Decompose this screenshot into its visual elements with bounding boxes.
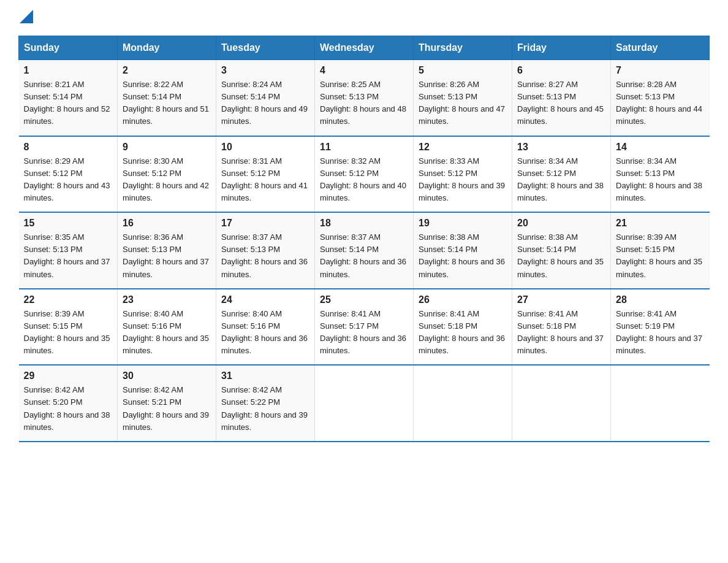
day-number: 17 bbox=[221, 218, 309, 229]
calendar-week-row: 15Sunrise: 8:35 AMSunset: 5:13 PMDayligh… bbox=[19, 212, 710, 289]
day-info: Sunrise: 8:31 AMSunset: 5:12 PMDaylight:… bbox=[221, 155, 309, 205]
calendar-cell: 31Sunrise: 8:42 AMSunset: 5:22 PMDayligh… bbox=[216, 365, 315, 442]
day-number: 13 bbox=[517, 142, 605, 153]
day-number: 12 bbox=[419, 142, 507, 153]
calendar-cell bbox=[414, 365, 512, 442]
day-number: 4 bbox=[320, 65, 408, 76]
calendar-table: SundayMondayTuesdayWednesdayThursdayFrid… bbox=[18, 36, 710, 442]
day-info: Sunrise: 8:41 AMSunset: 5:18 PMDaylight:… bbox=[517, 308, 605, 358]
calendar-cell: 29Sunrise: 8:42 AMSunset: 5:20 PMDayligh… bbox=[19, 365, 118, 442]
calendar-cell bbox=[611, 365, 710, 442]
column-header-monday: Monday bbox=[118, 36, 216, 60]
day-info: Sunrise: 8:39 AMSunset: 5:15 PMDaylight:… bbox=[24, 308, 113, 358]
day-info: Sunrise: 8:27 AMSunset: 5:13 PMDaylight:… bbox=[517, 79, 605, 128]
logo-triangle-icon bbox=[20, 10, 33, 23]
day-number: 9 bbox=[123, 142, 211, 153]
day-number: 2 bbox=[123, 65, 211, 76]
day-info: Sunrise: 8:25 AMSunset: 5:13 PMDaylight:… bbox=[320, 79, 408, 128]
calendar-cell: 28Sunrise: 8:41 AMSunset: 5:19 PMDayligh… bbox=[611, 289, 710, 366]
day-number: 16 bbox=[123, 218, 211, 229]
day-info: Sunrise: 8:30 AMSunset: 5:12 PMDaylight:… bbox=[123, 155, 211, 205]
day-number: 30 bbox=[123, 370, 211, 381]
calendar-cell: 5Sunrise: 8:26 AMSunset: 5:13 PMDaylight… bbox=[414, 60, 512, 136]
calendar-cell: 19Sunrise: 8:38 AMSunset: 5:14 PMDayligh… bbox=[414, 212, 512, 289]
calendar-cell: 27Sunrise: 8:41 AMSunset: 5:18 PMDayligh… bbox=[512, 289, 611, 366]
day-number: 31 bbox=[221, 370, 309, 381]
day-number: 22 bbox=[24, 294, 113, 305]
day-number: 8 bbox=[24, 142, 113, 153]
calendar-cell: 21Sunrise: 8:39 AMSunset: 5:15 PMDayligh… bbox=[611, 212, 710, 289]
day-number: 18 bbox=[320, 218, 408, 229]
calendar-cell: 24Sunrise: 8:40 AMSunset: 5:16 PMDayligh… bbox=[216, 289, 315, 366]
calendar-cell: 4Sunrise: 8:25 AMSunset: 5:13 PMDaylight… bbox=[315, 60, 414, 136]
calendar-cell: 3Sunrise: 8:24 AMSunset: 5:14 PMDaylight… bbox=[216, 60, 315, 136]
calendar-cell: 8Sunrise: 8:29 AMSunset: 5:12 PMDaylight… bbox=[19, 136, 118, 213]
calendar-cell: 18Sunrise: 8:37 AMSunset: 5:14 PMDayligh… bbox=[315, 212, 414, 289]
day-info: Sunrise: 8:41 AMSunset: 5:18 PMDaylight:… bbox=[419, 308, 507, 358]
column-header-wednesday: Wednesday bbox=[315, 36, 414, 60]
day-number: 23 bbox=[123, 294, 211, 305]
calendar-week-row: 29Sunrise: 8:42 AMSunset: 5:20 PMDayligh… bbox=[19, 365, 710, 442]
calendar-cell: 9Sunrise: 8:30 AMSunset: 5:12 PMDaylight… bbox=[118, 136, 216, 213]
day-info: Sunrise: 8:32 AMSunset: 5:12 PMDaylight:… bbox=[320, 155, 408, 205]
day-number: 21 bbox=[616, 218, 705, 229]
day-number: 11 bbox=[320, 142, 408, 153]
day-number: 25 bbox=[320, 294, 408, 305]
calendar-cell: 10Sunrise: 8:31 AMSunset: 5:12 PMDayligh… bbox=[216, 136, 315, 213]
day-number: 3 bbox=[221, 65, 309, 76]
day-number: 14 bbox=[616, 142, 705, 153]
day-info: Sunrise: 8:42 AMSunset: 5:20 PMDaylight:… bbox=[24, 384, 113, 434]
calendar-cell: 15Sunrise: 8:35 AMSunset: 5:13 PMDayligh… bbox=[19, 212, 118, 289]
calendar-cell: 23Sunrise: 8:40 AMSunset: 5:16 PMDayligh… bbox=[118, 289, 216, 366]
calendar-cell: 7Sunrise: 8:28 AMSunset: 5:13 PMDaylight… bbox=[611, 60, 710, 136]
day-info: Sunrise: 8:40 AMSunset: 5:16 PMDaylight:… bbox=[123, 308, 211, 358]
day-info: Sunrise: 8:36 AMSunset: 5:13 PMDaylight:… bbox=[123, 231, 211, 281]
day-number: 15 bbox=[24, 218, 113, 229]
calendar-cell: 1Sunrise: 8:21 AMSunset: 5:14 PMDaylight… bbox=[19, 60, 118, 136]
day-info: Sunrise: 8:29 AMSunset: 5:12 PMDaylight:… bbox=[24, 155, 113, 205]
calendar-cell: 17Sunrise: 8:37 AMSunset: 5:13 PMDayligh… bbox=[216, 212, 315, 289]
day-info: Sunrise: 8:41 AMSunset: 5:17 PMDaylight:… bbox=[320, 308, 408, 358]
day-number: 5 bbox=[419, 65, 507, 76]
calendar-cell: 13Sunrise: 8:34 AMSunset: 5:12 PMDayligh… bbox=[512, 136, 611, 213]
calendar-cell: 6Sunrise: 8:27 AMSunset: 5:13 PMDaylight… bbox=[512, 60, 611, 136]
calendar-cell: 20Sunrise: 8:38 AMSunset: 5:14 PMDayligh… bbox=[512, 212, 611, 289]
day-info: Sunrise: 8:38 AMSunset: 5:14 PMDaylight:… bbox=[517, 231, 605, 281]
day-info: Sunrise: 8:37 AMSunset: 5:13 PMDaylight:… bbox=[221, 231, 309, 281]
calendar-week-row: 1Sunrise: 8:21 AMSunset: 5:14 PMDaylight… bbox=[19, 60, 710, 136]
day-number: 20 bbox=[517, 218, 605, 229]
column-header-tuesday: Tuesday bbox=[216, 36, 315, 60]
day-number: 6 bbox=[517, 65, 605, 76]
day-info: Sunrise: 8:40 AMSunset: 5:16 PMDaylight:… bbox=[221, 308, 309, 358]
day-info: Sunrise: 8:34 AMSunset: 5:13 PMDaylight:… bbox=[616, 155, 705, 205]
column-header-saturday: Saturday bbox=[611, 36, 710, 60]
calendar-week-row: 8Sunrise: 8:29 AMSunset: 5:12 PMDaylight… bbox=[19, 136, 710, 213]
day-info: Sunrise: 8:24 AMSunset: 5:14 PMDaylight:… bbox=[221, 79, 309, 128]
day-number: 24 bbox=[221, 294, 309, 305]
day-info: Sunrise: 8:34 AMSunset: 5:12 PMDaylight:… bbox=[517, 155, 605, 205]
calendar-cell: 2Sunrise: 8:22 AMSunset: 5:14 PMDaylight… bbox=[118, 60, 216, 136]
calendar-cell: 25Sunrise: 8:41 AMSunset: 5:17 PMDayligh… bbox=[315, 289, 414, 366]
calendar-cell: 14Sunrise: 8:34 AMSunset: 5:13 PMDayligh… bbox=[611, 136, 710, 213]
day-number: 26 bbox=[419, 294, 507, 305]
calendar-cell: 22Sunrise: 8:39 AMSunset: 5:15 PMDayligh… bbox=[19, 289, 118, 366]
day-info: Sunrise: 8:28 AMSunset: 5:13 PMDaylight:… bbox=[616, 79, 705, 128]
calendar-cell bbox=[315, 365, 414, 442]
day-number: 7 bbox=[616, 65, 705, 76]
day-info: Sunrise: 8:35 AMSunset: 5:13 PMDaylight:… bbox=[24, 231, 113, 281]
day-info: Sunrise: 8:41 AMSunset: 5:19 PMDaylight:… bbox=[616, 308, 705, 358]
calendar-header-row: SundayMondayTuesdayWednesdayThursdayFrid… bbox=[19, 36, 710, 60]
column-header-friday: Friday bbox=[512, 36, 611, 60]
day-info: Sunrise: 8:42 AMSunset: 5:22 PMDaylight:… bbox=[221, 384, 309, 434]
calendar-cell: 11Sunrise: 8:32 AMSunset: 5:12 PMDayligh… bbox=[315, 136, 414, 213]
day-info: Sunrise: 8:21 AMSunset: 5:14 PMDaylight:… bbox=[24, 79, 113, 128]
day-info: Sunrise: 8:33 AMSunset: 5:12 PMDaylight:… bbox=[419, 155, 507, 205]
day-info: Sunrise: 8:39 AMSunset: 5:15 PMDaylight:… bbox=[616, 231, 705, 281]
day-info: Sunrise: 8:22 AMSunset: 5:14 PMDaylight:… bbox=[123, 79, 211, 128]
column-header-sunday: Sunday bbox=[19, 36, 118, 60]
calendar-week-row: 22Sunrise: 8:39 AMSunset: 5:15 PMDayligh… bbox=[19, 289, 710, 366]
page-header bbox=[18, 12, 710, 23]
calendar-cell: 16Sunrise: 8:36 AMSunset: 5:13 PMDayligh… bbox=[118, 212, 216, 289]
day-number: 28 bbox=[616, 294, 705, 305]
calendar-cell: 12Sunrise: 8:33 AMSunset: 5:12 PMDayligh… bbox=[414, 136, 512, 213]
